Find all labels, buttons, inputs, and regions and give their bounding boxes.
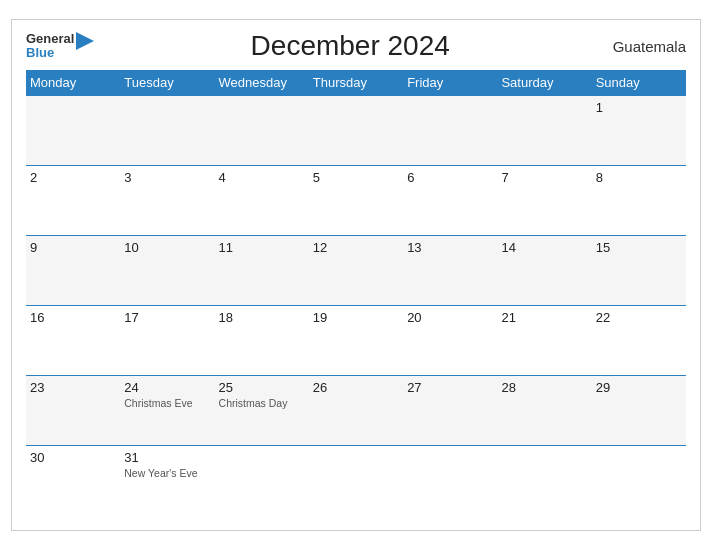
calendar-cell: 5 — [309, 166, 403, 236]
holiday-label: Christmas Day — [219, 397, 305, 410]
day-number: 21 — [501, 310, 587, 325]
calendar-cell: 7 — [497, 166, 591, 236]
svg-marker-0 — [76, 32, 94, 50]
day-number: 25 — [219, 380, 305, 395]
country-label: Guatemala — [606, 38, 686, 55]
calendar-cell: 19 — [309, 306, 403, 376]
calendar-cell — [497, 446, 591, 516]
day-number: 19 — [313, 310, 399, 325]
calendar-cell: 20 — [403, 306, 497, 376]
calendar-header: General Blue December 2024 Guatemala — [26, 30, 686, 62]
logo-flag-icon — [76, 32, 94, 50]
calendar-week-row: 2324Christmas Eve25Christmas Day26272829 — [26, 376, 686, 446]
calendar-cell — [26, 96, 120, 166]
day-number: 6 — [407, 170, 493, 185]
day-number: 24 — [124, 380, 210, 395]
calendar-title: December 2024 — [94, 30, 606, 62]
day-number: 30 — [30, 450, 116, 465]
calendar-cell — [497, 96, 591, 166]
day-number: 27 — [407, 380, 493, 395]
calendar-cell: 3 — [120, 166, 214, 236]
holiday-label: New Year's Eve — [124, 467, 210, 480]
day-number: 16 — [30, 310, 116, 325]
calendar-week-row: 16171819202122 — [26, 306, 686, 376]
day-number: 26 — [313, 380, 399, 395]
day-number: 7 — [501, 170, 587, 185]
header-saturday: Saturday — [497, 70, 591, 96]
day-number: 2 — [30, 170, 116, 185]
day-number: 29 — [596, 380, 682, 395]
calendar-cell: 9 — [26, 236, 120, 306]
calendar-cell: 10 — [120, 236, 214, 306]
logo-blue-text: Blue — [26, 46, 74, 60]
header-friday: Friday — [403, 70, 497, 96]
header-wednesday: Wednesday — [215, 70, 309, 96]
day-number: 8 — [596, 170, 682, 185]
calendar-cell — [592, 446, 686, 516]
day-number: 14 — [501, 240, 587, 255]
calendar-cell: 28 — [497, 376, 591, 446]
calendar-cell: 15 — [592, 236, 686, 306]
calendar-cell: 23 — [26, 376, 120, 446]
day-number: 12 — [313, 240, 399, 255]
calendar-cell: 11 — [215, 236, 309, 306]
calendar-week-row: 1 — [26, 96, 686, 166]
calendar-cell: 13 — [403, 236, 497, 306]
calendar-cell — [215, 446, 309, 516]
holiday-label: Christmas Eve — [124, 397, 210, 410]
header-sunday: Sunday — [592, 70, 686, 96]
day-number: 5 — [313, 170, 399, 185]
calendar-cell — [120, 96, 214, 166]
calendar-cell: 4 — [215, 166, 309, 236]
header-monday: Monday — [26, 70, 120, 96]
day-number: 20 — [407, 310, 493, 325]
logo: General Blue — [26, 32, 94, 61]
weekday-header-row: Monday Tuesday Wednesday Thursday Friday… — [26, 70, 686, 96]
day-number: 13 — [407, 240, 493, 255]
calendar-cell: 12 — [309, 236, 403, 306]
day-number: 15 — [596, 240, 682, 255]
calendar-cell — [403, 446, 497, 516]
calendar-week-row: 3031New Year's Eve — [26, 446, 686, 516]
day-number: 23 — [30, 380, 116, 395]
day-number: 17 — [124, 310, 210, 325]
day-number: 31 — [124, 450, 210, 465]
calendar-cell: 30 — [26, 446, 120, 516]
day-number: 11 — [219, 240, 305, 255]
calendar-cell — [309, 446, 403, 516]
day-number: 3 — [124, 170, 210, 185]
day-number: 10 — [124, 240, 210, 255]
calendar-cell: 24Christmas Eve — [120, 376, 214, 446]
calendar-cell: 14 — [497, 236, 591, 306]
calendar-cell: 22 — [592, 306, 686, 376]
calendar-cell — [215, 96, 309, 166]
calendar-cell: 29 — [592, 376, 686, 446]
calendar-cell: 16 — [26, 306, 120, 376]
calendar-cell: 31New Year's Eve — [120, 446, 214, 516]
header-tuesday: Tuesday — [120, 70, 214, 96]
header-thursday: Thursday — [309, 70, 403, 96]
day-number: 22 — [596, 310, 682, 325]
logo-general-text: General — [26, 32, 74, 46]
calendar-cell: 8 — [592, 166, 686, 236]
calendar-cell: 17 — [120, 306, 214, 376]
calendar-table: Monday Tuesday Wednesday Thursday Friday… — [26, 70, 686, 516]
calendar-cell: 26 — [309, 376, 403, 446]
day-number: 28 — [501, 380, 587, 395]
calendar-cell: 18 — [215, 306, 309, 376]
calendar-cell — [309, 96, 403, 166]
calendar-week-row: 2345678 — [26, 166, 686, 236]
calendar-cell: 25Christmas Day — [215, 376, 309, 446]
calendar-cell — [403, 96, 497, 166]
day-number: 9 — [30, 240, 116, 255]
calendar-cell: 27 — [403, 376, 497, 446]
calendar-cell: 2 — [26, 166, 120, 236]
day-number: 1 — [596, 100, 682, 115]
calendar-container: General Blue December 2024 Guatemala Mon… — [11, 19, 701, 531]
calendar-cell: 6 — [403, 166, 497, 236]
calendar-cell: 21 — [497, 306, 591, 376]
day-number: 18 — [219, 310, 305, 325]
day-number: 4 — [219, 170, 305, 185]
calendar-week-row: 9101112131415 — [26, 236, 686, 306]
calendar-cell: 1 — [592, 96, 686, 166]
